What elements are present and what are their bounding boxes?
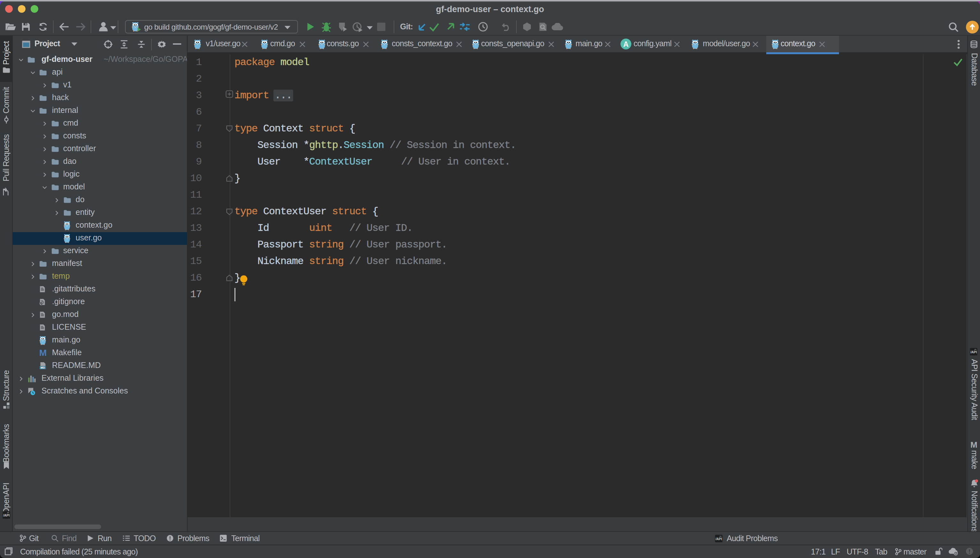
svg-text:/API: /API bbox=[3, 514, 10, 517]
svg-text:/API: /API bbox=[715, 537, 722, 541]
svg-text:MD: MD bbox=[41, 366, 44, 369]
svg-text:/API: /API bbox=[970, 350, 977, 354]
